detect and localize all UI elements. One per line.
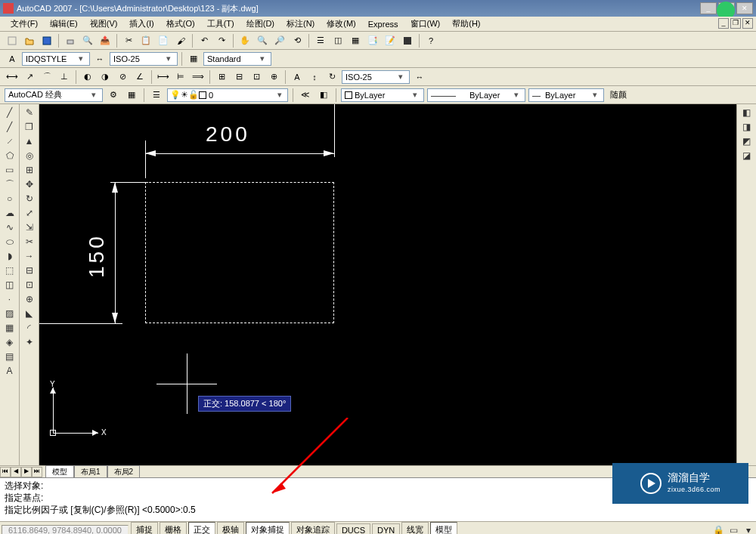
dim-aligned-button[interactable]: ↗ [22,69,37,85]
pan-button[interactable]: ✋ [237,33,253,48]
menu-draw[interactable]: 绘图(D) [242,17,279,31]
sheet-set-button[interactable]: 📑 [365,33,380,48]
workspace-combo[interactable]: AutoCAD 经典▾ [5,88,103,102]
status-lwt[interactable]: 线宽 [401,522,429,534]
open-button[interactable] [22,33,37,48]
dim-ordinate-button[interactable]: ⊥ [57,69,72,85]
color-combo[interactable]: ByLayer▾ [341,88,424,102]
join-button[interactable]: ⊕ [22,292,37,306]
undo-button[interactable]: ↶ [197,33,212,48]
mtext-button[interactable]: A [2,364,17,378]
text-style-combo[interactable]: IDQSTYLE▾ [22,52,90,66]
redo-button[interactable]: ↷ [214,33,229,48]
revcloud-button[interactable]: ☁ [2,206,17,220]
cmd-input[interactable] [183,504,228,516]
workspace-settings-button[interactable]: ⚙ [106,88,121,103]
tab-prev-button[interactable]: ◀ [11,467,21,477]
move-button[interactable]: ✥ [22,177,37,191]
tab-last-button[interactable]: ⏭ [32,467,42,477]
tab-layout1[interactable]: 布局1 [74,465,107,478]
dim-style-combo2[interactable]: ISO-25▾ [342,70,410,84]
insert-block-button[interactable]: ⬚ [2,264,17,277]
lineweight-combo[interactable]: —ByLayer▾ [528,88,604,102]
status-ducs[interactable]: DUCS [336,523,370,535]
drawing-canvas[interactable]: 200 150 正交: 158.0877 < 180° Y X [39,104,756,465]
status-dyn[interactable]: DYN [372,523,400,535]
right-btn-4[interactable]: ◪ [739,149,754,162]
xline-button[interactable]: ╱ [2,120,17,134]
pline-button[interactable]: ⟋ [2,134,17,148]
dim-angular-button[interactable]: ∠ [132,69,147,85]
mdi-restore-button[interactable]: ❐ [730,18,741,29]
tool-palette-button[interactable]: ▦ [348,33,363,48]
layer-combo[interactable]: 💡 ☀ 🔓 0 ▾ [167,88,288,102]
right-btn-1[interactable]: ◧ [739,106,754,119]
rectangle-button[interactable]: ▭ [2,163,17,177]
circle-button[interactable]: ○ [2,192,17,205]
dim-arc-button[interactable]: ⌒ [39,69,54,85]
cut-button[interactable]: ✂ [121,33,136,48]
publish-button[interactable]: 📤 [98,33,113,48]
erase-button[interactable]: ✎ [22,106,37,119]
dim-style-combo[interactable]: ISO-25▾ [110,52,178,66]
fillet-button[interactable]: ◜ [22,321,37,335]
arc-button[interactable]: ⌒ [2,177,17,191]
dim-style-icon[interactable]: ↔ [92,51,107,66]
status-polar[interactable]: 极轴 [217,522,244,534]
rotate-button[interactable]: ↻ [22,192,37,205]
scale-button[interactable]: ⤢ [22,206,37,220]
mirror-button[interactable]: ▲ [22,134,37,148]
save-button[interactable] [39,33,54,48]
zoom-rt-button[interactable]: 🔍 [255,33,270,48]
gradient-button[interactable]: ▦ [2,321,17,335]
help-button[interactable]: ? [423,33,438,48]
table-style-combo[interactable]: Standard▾ [203,52,271,66]
dim-tolerance-button[interactable]: ⊡ [249,69,264,85]
text-style-icon[interactable]: A [5,51,20,66]
preview-button[interactable]: 🔍 [80,33,95,48]
status-osnap[interactable]: 对象捕捉 [246,522,290,534]
tab-next-button[interactable]: ▶ [21,467,32,477]
dim-linear-button[interactable]: ⟷ [5,69,20,85]
menu-help[interactable]: 帮助(H) [448,17,485,31]
right-btn-2[interactable]: ◨ [739,120,754,134]
calc-button[interactable] [400,33,415,48]
menu-modify[interactable]: 修改(M) [322,17,361,31]
dim-quick-button[interactable]: ⟼ [156,69,171,85]
tab-model[interactable]: 模型 [45,465,74,478]
chamfer-button[interactable]: ◣ [22,307,37,320]
status-tray-1[interactable]: 🔒 [711,523,726,535]
menu-express[interactable]: Express [364,18,403,30]
polygon-button[interactable]: ⬠ [2,149,17,162]
menu-format[interactable]: 格式(O) [162,17,200,31]
tab-first-button[interactable]: ⏮ [0,467,11,477]
tab-layout2[interactable]: 布局2 [107,465,141,478]
mdi-minimize-button[interactable]: _ [718,18,729,29]
region-button[interactable]: ◈ [2,335,17,349]
layer-states-button[interactable]: ◧ [316,88,331,103]
line-button[interactable]: ╱ [2,106,17,119]
stretch-button[interactable]: ⇲ [22,221,37,234]
workspace-save-button[interactable]: ▦ [124,88,139,103]
dim-update-button[interactable]: ↻ [324,69,339,85]
dim-radius-button[interactable]: ◐ [80,69,95,85]
copy-obj-button[interactable]: ❐ [22,120,37,134]
designcenter-button[interactable]: ◫ [330,33,345,48]
dim-jogged-button[interactable]: ◑ [98,69,113,85]
copy-button[interactable]: 📋 [138,33,153,48]
point-button[interactable]: · [2,292,17,306]
menu-window[interactable]: 窗口(W) [406,17,445,31]
layer-prev-button[interactable]: ≪ [298,88,313,103]
menu-dimension[interactable]: 标注(N) [282,17,319,31]
dim-diameter-button[interactable]: ⊘ [115,69,130,85]
offset-button[interactable]: ◎ [22,149,37,162]
match-prop-button[interactable]: 🖌 [173,33,188,48]
table-button[interactable]: ▤ [2,350,17,363]
menu-view[interactable]: 视图(V) [85,17,122,31]
dim-continue-button[interactable]: ⟹ [191,69,206,85]
extend-button[interactable]: → [22,249,37,263]
close-button[interactable]: ✕ [736,2,753,14]
markup-button[interactable]: 📝 [383,33,398,48]
right-btn-3[interactable]: ◩ [739,134,754,148]
status-otrack[interactable]: 对象追踪 [291,522,335,534]
